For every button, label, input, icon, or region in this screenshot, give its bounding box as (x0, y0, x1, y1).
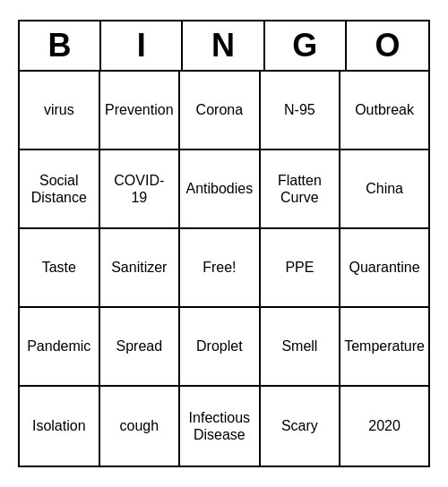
bingo-cell-text: FlattenCurve (278, 172, 322, 206)
bingo-cell: COVID-19 (100, 150, 181, 229)
bingo-cell: Antibodies (180, 150, 261, 229)
bingo-cell: FlattenCurve (261, 150, 341, 229)
bingo-cell: Prevention (100, 72, 181, 150)
bingo-cell-text: cough (120, 417, 159, 434)
bingo-cell: Free! (180, 229, 261, 308)
bingo-header-cell: B (20, 21, 101, 70)
bingo-cell: China (340, 150, 428, 229)
bingo-cell-text: Temperature (344, 337, 425, 355)
bingo-cell-text: Free! (202, 259, 236, 276)
bingo-cell-text: China (366, 180, 403, 197)
bingo-card: BINGO virusPreventionCoronaN-95OutbreakS… (18, 20, 430, 467)
bingo-cell: SocialDistance (20, 150, 100, 229)
bingo-cell-text: Pandemic (27, 337, 90, 355)
bingo-cell: Droplet (180, 308, 261, 387)
bingo-grid: virusPreventionCoronaN-95OutbreakSocialD… (20, 72, 428, 466)
bingo-cell-text: N-95 (284, 101, 315, 118)
bingo-cell: InfectiousDisease (180, 387, 261, 466)
bingo-cell-text: PPE (285, 259, 314, 276)
bingo-cell-text: virus (44, 101, 74, 118)
bingo-cell: 2020 (340, 387, 428, 466)
bingo-cell-text: 2020 (368, 417, 401, 434)
bingo-header-cell: I (101, 21, 183, 70)
bingo-cell-text: Spread (116, 337, 163, 355)
bingo-cell: Outbreak (340, 72, 428, 150)
bingo-cell: Sanitizer (100, 229, 181, 308)
bingo-cell: N-95 (261, 72, 341, 150)
bingo-cell-text: Scary (281, 417, 318, 434)
bingo-cell-text: Quarantine (349, 259, 420, 276)
bingo-cell: virus (20, 72, 100, 150)
bingo-header-cell: G (265, 21, 347, 70)
bingo-cell: Isolation (20, 387, 100, 466)
bingo-cell-text: Droplet (196, 337, 243, 355)
bingo-cell-text: Isolation (32, 417, 86, 434)
bingo-cell: Corona (180, 72, 261, 150)
bingo-header: BINGO (20, 21, 428, 72)
bingo-cell-text: Outbreak (355, 101, 414, 118)
bingo-cell: Scary (261, 387, 341, 466)
bingo-cell-text: InfectiousDisease (189, 409, 250, 443)
bingo-cell: Temperature (340, 308, 428, 387)
bingo-cell-text: SocialDistance (31, 172, 87, 206)
bingo-header-cell: O (347, 21, 428, 70)
bingo-cell-text: Prevention (105, 101, 174, 118)
bingo-cell: Pandemic (20, 308, 100, 387)
bingo-cell: PPE (261, 229, 341, 308)
bingo-cell: Taste (20, 229, 100, 308)
bingo-cell-text: Smell (281, 337, 317, 355)
bingo-cell: Spread (100, 308, 181, 387)
bingo-header-cell: N (183, 21, 264, 70)
bingo-cell-text: Taste (42, 259, 76, 276)
bingo-cell-text: Antibodies (185, 180, 253, 197)
bingo-cell: Quarantine (340, 229, 428, 308)
bingo-cell: cough (100, 387, 181, 466)
bingo-cell-text: Corona (196, 101, 243, 118)
bingo-cell-text: COVID-19 (114, 172, 164, 206)
bingo-cell-text: Sanitizer (111, 259, 167, 276)
bingo-cell: Smell (261, 308, 341, 387)
